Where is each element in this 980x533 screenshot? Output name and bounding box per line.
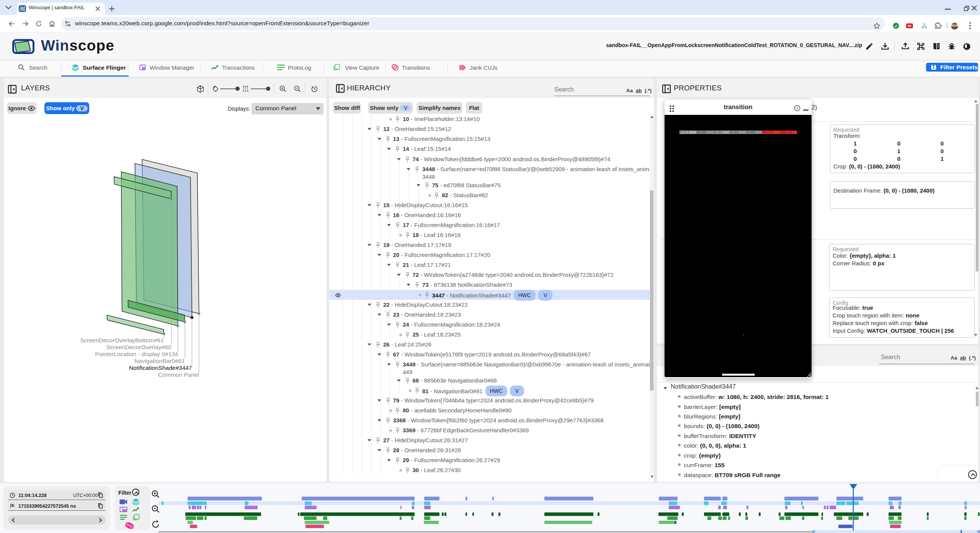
svg-text:PointerLocation - display 0#13: PointerLocation - display 0#134 bbox=[95, 351, 178, 357]
svg-text:ScreenDecorOverlayBottom#61: ScreenDecorOverlayBottom#61 bbox=[80, 337, 164, 343]
svg-text:Common Panel: Common Panel bbox=[158, 371, 199, 378]
svg-text:NotificationShade#3447: NotificationShade#3447 bbox=[129, 365, 192, 371]
svg-text:NavigationBar0#81: NavigationBar0#81 bbox=[134, 358, 185, 364]
svg-text:ScreenDecorOverlay#60: ScreenDecorOverlay#60 bbox=[106, 344, 172, 350]
